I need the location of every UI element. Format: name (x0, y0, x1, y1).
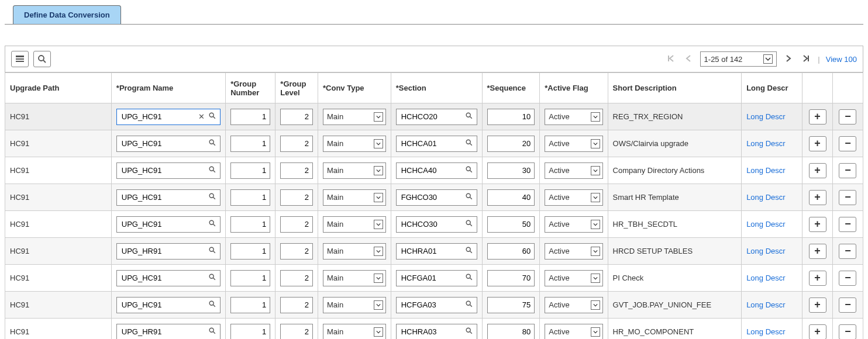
find-icon[interactable] (33, 51, 51, 67)
sequence-input[interactable] (487, 189, 535, 206)
conv-type-select[interactable]: Main (323, 324, 386, 340)
active-flag-select[interactable]: Active (545, 270, 602, 286)
col-conv-type[interactable]: *Conv Type (318, 73, 391, 103)
sequence-input[interactable] (487, 162, 535, 179)
section-input[interactable] (400, 273, 464, 283)
group-number-input[interactable] (230, 270, 270, 286)
lookup-icon[interactable] (207, 165, 218, 175)
delete-row-button[interactable]: − (839, 163, 856, 178)
long-descr-link[interactable]: Long Descr (746, 247, 785, 255)
program-name-lookup[interactable] (116, 270, 221, 286)
col-group-level[interactable]: *Group Level (275, 73, 318, 103)
add-row-button[interactable]: + (809, 136, 826, 151)
lookup-icon[interactable] (464, 273, 474, 283)
conv-type-select[interactable]: Main (323, 162, 386, 179)
clear-icon[interactable]: ✕ (196, 112, 207, 121)
program-name-lookup[interactable]: ✕ (116, 109, 221, 125)
sequence-input[interactable] (487, 270, 535, 286)
group-level-input[interactable] (280, 270, 313, 286)
conv-type-select[interactable]: Main (323, 189, 386, 206)
program-name-lookup[interactable] (116, 216, 221, 233)
delete-row-button[interactable]: − (839, 109, 856, 124)
add-row-button[interactable]: + (809, 190, 826, 205)
group-level-input[interactable] (280, 216, 313, 233)
program-name-lookup[interactable] (116, 162, 221, 179)
sequence-input[interactable] (487, 216, 535, 233)
long-descr-link[interactable]: Long Descr (746, 220, 785, 229)
lookup-icon[interactable] (464, 112, 474, 122)
lookup-icon[interactable] (207, 327, 218, 337)
long-descr-link[interactable]: Long Descr (746, 112, 785, 121)
add-row-button[interactable]: + (809, 217, 826, 232)
lookup-icon[interactable] (207, 139, 218, 148)
conv-type-select[interactable]: Main (323, 297, 386, 313)
program-name-lookup[interactable] (116, 243, 221, 260)
group-number-input[interactable] (230, 162, 270, 179)
section-input[interactable] (400, 327, 464, 337)
add-row-button[interactable]: + (809, 109, 826, 124)
section-lookup[interactable] (396, 189, 477, 206)
section-input[interactable] (400, 246, 464, 256)
delete-row-button[interactable]: − (839, 217, 856, 232)
add-row-button[interactable]: + (809, 163, 826, 178)
lookup-icon[interactable] (207, 112, 218, 122)
group-number-input[interactable] (230, 216, 270, 233)
col-sequence[interactable]: *Sequence (482, 73, 540, 103)
active-flag-select[interactable]: Active (545, 162, 602, 179)
delete-row-button[interactable]: − (839, 324, 856, 340)
group-level-input[interactable] (280, 297, 313, 313)
sequence-input[interactable] (487, 109, 535, 125)
program-name-input[interactable] (120, 300, 207, 310)
add-row-button[interactable]: + (809, 298, 826, 313)
section-lookup[interactable] (396, 162, 477, 179)
program-name-lookup[interactable] (116, 324, 221, 340)
section-input[interactable] (400, 165, 464, 175)
program-name-lookup[interactable] (116, 136, 221, 152)
program-name-input[interactable] (120, 327, 207, 337)
sequence-input[interactable] (487, 243, 535, 260)
first-page-icon[interactable] (665, 52, 677, 66)
active-flag-select[interactable]: Active (545, 216, 602, 233)
delete-row-button[interactable]: − (839, 136, 856, 151)
program-name-input[interactable] (120, 112, 196, 122)
lookup-icon[interactable] (464, 300, 474, 310)
delete-row-button[interactable]: − (839, 190, 856, 205)
add-row-button[interactable]: + (809, 324, 826, 340)
col-short-desc[interactable]: Short Description (608, 73, 742, 103)
lookup-icon[interactable] (464, 246, 474, 256)
group-level-input[interactable] (280, 189, 313, 206)
group-number-input[interactable] (230, 189, 270, 206)
long-descr-link[interactable]: Long Descr (746, 139, 785, 148)
group-level-input[interactable] (280, 243, 313, 260)
section-input[interactable] (400, 192, 464, 202)
delete-row-button[interactable]: − (839, 244, 856, 259)
lookup-icon[interactable] (207, 219, 218, 229)
section-lookup[interactable] (396, 136, 477, 152)
lookup-icon[interactable] (464, 219, 474, 229)
col-section[interactable]: *Section (391, 73, 482, 103)
program-name-lookup[interactable] (116, 297, 221, 313)
section-lookup[interactable] (396, 270, 477, 286)
conv-type-select[interactable]: Main (323, 243, 386, 260)
conv-type-select[interactable]: Main (323, 109, 386, 125)
group-number-input[interactable] (230, 324, 270, 340)
active-flag-select[interactable]: Active (545, 297, 602, 313)
program-name-input[interactable] (120, 192, 207, 202)
col-long-descr[interactable]: Long Descr (742, 73, 802, 103)
program-name-input[interactable] (120, 139, 207, 148)
section-lookup[interactable] (396, 324, 477, 340)
section-input[interactable] (400, 300, 464, 310)
conv-type-select[interactable]: Main (323, 216, 386, 233)
program-name-input[interactable] (120, 165, 207, 175)
group-number-input[interactable] (230, 109, 270, 125)
section-lookup[interactable] (396, 109, 477, 125)
active-flag-select[interactable]: Active (545, 189, 602, 206)
active-flag-select[interactable]: Active (545, 136, 602, 152)
long-descr-link[interactable]: Long Descr (746, 166, 785, 175)
program-name-lookup[interactable] (116, 189, 221, 206)
active-flag-select[interactable]: Active (545, 109, 602, 125)
group-level-input[interactable] (280, 109, 313, 125)
active-flag-select[interactable]: Active (545, 324, 602, 340)
group-level-input[interactable] (280, 162, 313, 179)
section-lookup[interactable] (396, 297, 477, 313)
